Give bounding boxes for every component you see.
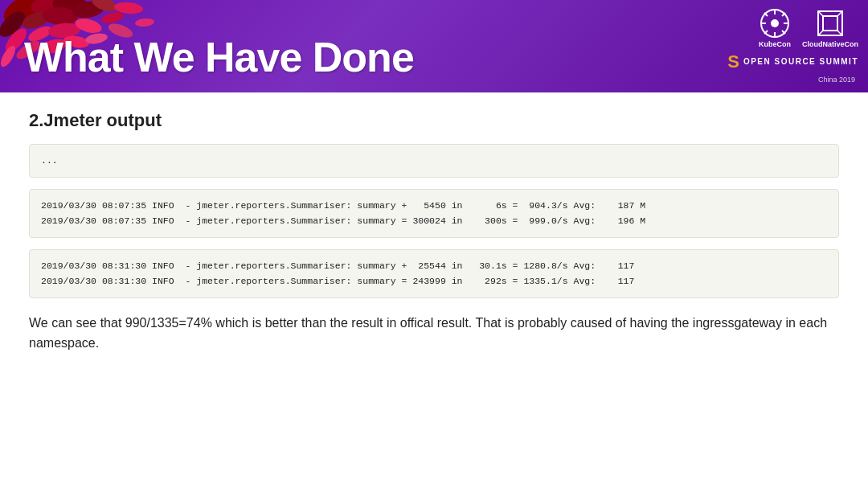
logos-top: KubeCon CloudNativeCon <box>759 8 858 48</box>
code-block-2: 2019/03/30 08:07:35 INFO - jmeter.report… <box>29 189 839 238</box>
kubecon-logo: KubeCon <box>759 8 791 48</box>
section-title: 2.Jmeter output <box>29 110 839 131</box>
code-block-1: ... <box>29 144 839 178</box>
kubecon-icon <box>760 8 790 39</box>
svg-point-20 <box>135 18 155 27</box>
svg-line-28 <box>782 31 785 34</box>
kubecon-label: KubeCon <box>759 40 791 48</box>
code-block-3: 2019/03/30 08:31:30 INFO - jmeter.report… <box>29 249 839 298</box>
svg-point-22 <box>771 19 779 27</box>
china-year: China 2019 <box>818 76 855 84</box>
header-logos: KubeCon CloudNativeCon S OPEN SOURCE SUM… <box>727 8 858 84</box>
svg-line-30 <box>764 31 768 34</box>
open-source-summit: S OPEN SOURCE SUMMIT <box>727 51 858 72</box>
cloudnativecon-logo: CloudNativeCon <box>802 8 858 48</box>
svg-rect-32 <box>823 16 837 31</box>
main-content: 2.Jmeter output ... 2019/03/30 08:07:35 … <box>0 92 868 370</box>
cloudnativecon-label: CloudNativeCon <box>802 40 858 48</box>
oss-s-icon: S <box>727 51 739 72</box>
page-title: What We Have Done <box>24 33 414 81</box>
svg-line-27 <box>764 13 768 16</box>
svg-point-12 <box>100 10 125 26</box>
header: What We Have Done KubeCon <box>0 0 868 92</box>
svg-line-29 <box>782 13 785 16</box>
cloudnativecon-icon <box>815 8 845 39</box>
conclusion-text: We can see that 990/1335=74% which is be… <box>29 313 839 354</box>
oss-text: OPEN SOURCE SUMMIT <box>743 57 858 67</box>
